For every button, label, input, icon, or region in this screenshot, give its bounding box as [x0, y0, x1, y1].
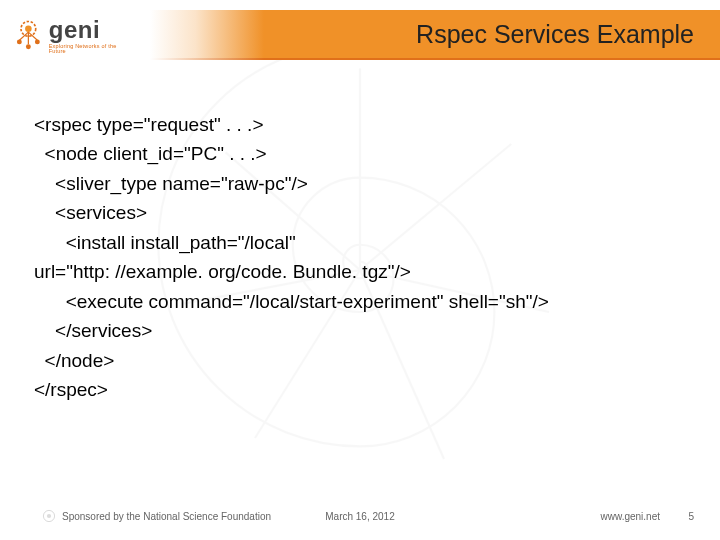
slide-header: geni Exploring Networks of the Future Rs…: [0, 0, 720, 72]
code-line: <execute command="/local/start-experimen…: [34, 287, 690, 316]
code-line: </node>: [34, 346, 690, 375]
title-bar: Rspec Services Example: [150, 10, 720, 58]
sponsor-text: Sponsored by the National Science Founda…: [62, 511, 271, 522]
footer-sponsor: Sponsored by the National Science Founda…: [42, 509, 271, 523]
code-line: <rspec type="request" . . .>: [34, 110, 690, 139]
footer-page-number: 5: [688, 511, 694, 522]
logo-word: geni: [49, 18, 132, 42]
code-block: <rspec type="request" . . .> <node clien…: [34, 110, 690, 404]
code-line: </services>: [34, 316, 690, 345]
code-line: <sliver_type name="raw-pc"/>: [34, 169, 690, 198]
footer-site: www.geni.net: [601, 511, 660, 522]
slide-title: Rspec Services Example: [416, 20, 694, 49]
code-line: <services>: [34, 198, 690, 227]
footer-date: March 16, 2012: [325, 511, 395, 522]
slide-footer: Sponsored by the National Science Founda…: [0, 506, 720, 526]
logo-tagline: Exploring Networks of the Future: [49, 44, 132, 55]
svg-point-11: [26, 44, 31, 49]
code-line: </rspec>: [34, 375, 690, 404]
geni-logo: geni Exploring Networks of the Future: [12, 6, 132, 66]
code-line: url="http: //example. org/code. Bundle. …: [34, 257, 690, 286]
code-line: <install install_path="/local": [34, 228, 690, 257]
code-line: <node client_id="PC" . . .>: [34, 139, 690, 168]
svg-point-16: [47, 514, 51, 518]
nsf-icon: [42, 509, 56, 523]
logo-mark-icon: [12, 19, 45, 53]
svg-point-8: [25, 26, 32, 33]
